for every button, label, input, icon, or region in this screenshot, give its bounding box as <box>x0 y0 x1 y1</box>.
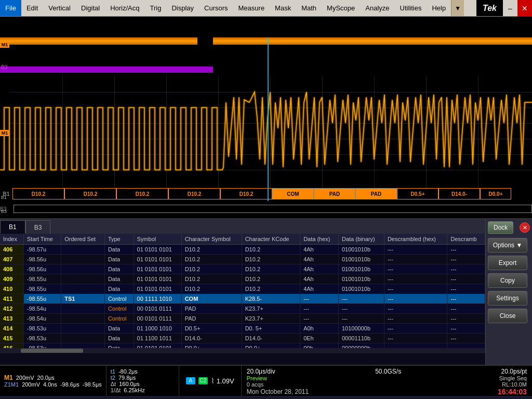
cell-start_time: -98.56u <box>23 264 61 274</box>
decoded-d05p: D0.5+ <box>397 188 438 200</box>
cell-char_kcode: D10.2 <box>242 284 300 294</box>
scope-display: M1 B3 M1 B1 D10.2 D10.2 D10.2 <box>0 17 532 219</box>
cell-symbol: 00 1111 1010 <box>134 294 181 304</box>
cell-start_time: -98.53u <box>23 343 61 349</box>
menu-help[interactable]: Help <box>427 0 451 16</box>
cell-descramb: --- <box>447 294 485 304</box>
cell-descramb: --- <box>447 264 485 274</box>
cell-descramb: --- <box>447 324 485 334</box>
cell-descrambled_hex: --- <box>384 284 447 294</box>
cell-char_kcode: D0.0+ <box>242 343 300 349</box>
table-row[interactable]: 408-98.56uData01 0101 0101D10.2D10.24Ah0… <box>0 264 485 274</box>
cell-start_time: -98.56u <box>23 255 61 264</box>
col-ordered-set: Ordered Set <box>61 234 105 245</box>
z1m1-volts: 200mV <box>22 381 40 388</box>
cell-type: Data <box>104 343 134 349</box>
cell-symbol: 01 0101 0101 <box>134 274 181 284</box>
col-char-symbol: Character Symbol <box>181 234 242 245</box>
decoded-d102-5: D10.2 <box>220 188 272 200</box>
menu-edit[interactable]: Edit <box>21 0 43 16</box>
menu-vertical[interactable]: Vertical <box>43 0 76 16</box>
dock-button[interactable]: Dock <box>488 221 513 234</box>
b3-overview-bar <box>0 66 213 73</box>
menu-analyze[interactable]: Analyze <box>360 0 394 16</box>
seq-label: Single Seq <box>499 375 527 381</box>
cell-type: Control <box>104 314 134 324</box>
export-button[interactable]: Export <box>488 256 527 270</box>
cell-type: Control <box>104 304 134 314</box>
cell-symbol: 01 1100 1011 <box>134 334 181 343</box>
menu-display[interactable]: Display <box>166 0 199 16</box>
cell-char_symbol: D0.0+ <box>181 343 242 349</box>
copy-button[interactable]: Copy <box>488 273 527 288</box>
scrollbar-thumb[interactable] <box>21 349 83 353</box>
cell-index: 409 <box>0 274 23 284</box>
table-row[interactable]: 413-98.54uControl00 0101 0111PADK23.7+--… <box>0 314 485 324</box>
table-row[interactable]: 414-98.53uData01 1000 1010D0.5+D0. 5+A0h… <box>0 324 485 334</box>
cell-descramb: --- <box>447 245 485 255</box>
cell-type: Data <box>104 334 134 343</box>
tab-b1[interactable]: B1 <box>0 220 25 234</box>
cell-data_binary: --- <box>339 294 384 304</box>
menu-file[interactable]: File <box>0 0 21 16</box>
menu-dropdown[interactable]: ▼ <box>451 0 464 16</box>
tab-b3[interactable]: B3 <box>25 220 51 234</box>
table-row[interactable]: 416-98.53uData01 0101 0101D0.0+D0.0+00h0… <box>0 343 485 349</box>
cell-symbol: 01 0101 0101 <box>134 343 181 349</box>
horizontal-scrollbar[interactable] <box>0 348 485 353</box>
dt-row: Δt 160.0μs <box>111 381 175 387</box>
cell-start_time: -98.54u <box>23 314 61 324</box>
cell-descrambled_hex: --- <box>384 324 447 334</box>
waveform-display <box>0 76 532 188</box>
table-row[interactable]: 409-98.55uData01 0101 0101D10.2D10.24Ah0… <box>0 274 485 284</box>
waveform-sym: ⌇ <box>211 377 215 385</box>
cell-char_kcode: K28.5- <box>242 294 300 304</box>
freq-label: 1/Δt <box>111 387 121 393</box>
table-row[interactable]: 411-98.55uTS1Control00 1111 1010COMK28.5… <box>0 294 485 304</box>
m1-status-row: M1 200mV 20.0μs <box>4 374 102 381</box>
cell-type: Data <box>104 274 134 284</box>
table-row[interactable]: 415-98.53uData01 1100 1011D14.0-D14.0-0E… <box>0 334 485 343</box>
m1-top-marker: M1 <box>0 42 9 48</box>
cell-descrambled_hex: --- <box>384 274 447 284</box>
decoded-d102-3: D10.2 <box>116 188 168 200</box>
cell-char_kcode: K23.7+ <box>242 314 300 324</box>
menu-horiz-acq[interactable]: Horiz/Acq <box>105 0 144 16</box>
close-panel-button[interactable]: Close <box>488 309 527 323</box>
menu-utilities[interactable]: Utilities <box>395 0 427 16</box>
menu-measure[interactable]: Measure <box>233 0 270 16</box>
table-scroll-area[interactable]: Index Start Time Ordered Set Type Symbol… <box>0 234 485 348</box>
cell-descrambled_hex: --- <box>384 304 447 314</box>
settings-button[interactable]: Settings <box>488 291 527 305</box>
panel-close-icon[interactable]: ✕ <box>520 222 530 233</box>
menu-trig[interactable]: Trig <box>144 0 166 16</box>
ch-c2-indicator: C2 <box>198 377 208 384</box>
cell-data_binary: 00000000b <box>339 343 384 349</box>
table-row[interactable]: 412-98.54uControl00 0101 0111PADK23.7+--… <box>0 304 485 314</box>
cell-ordered_set <box>61 264 105 274</box>
menu-cursors[interactable]: Cursors <box>199 0 233 16</box>
options-button[interactable]: Options ▼ <box>488 238 527 252</box>
close-button[interactable]: ✕ <box>517 0 532 17</box>
decoded-d102-2: D10.2 <box>64 188 116 200</box>
freq-row: 1/Δt 6.25kHz <box>111 387 175 393</box>
minimize-button[interactable]: – <box>503 0 517 17</box>
dt-val: 160.0μs <box>119 381 139 387</box>
cell-start_time: -98.57u <box>23 245 61 255</box>
menu-mask[interactable]: Mask <box>270 0 296 16</box>
cell-descramb: --- <box>447 284 485 294</box>
menu-math[interactable]: Math <box>296 0 322 16</box>
cell-data_hex: --- <box>300 314 339 324</box>
table-row[interactable]: 410-98.55uData01 0101 0101D10.2D10.24Ah0… <box>0 284 485 294</box>
table-row[interactable]: 406-98.57uData01 0101 0101D10.2D10.24Ah0… <box>0 245 485 255</box>
table-row[interactable]: 407-98.56uData01 0101 0101D10.2D10.24Ah0… <box>0 255 485 264</box>
menu-myscope[interactable]: MyScope <box>322 0 360 16</box>
panel-buttons: Options ▼ Export Copy Settings Close <box>486 236 532 325</box>
table-body: 406-98.57uData01 0101 0101D10.2D10.24Ah0… <box>0 245 485 349</box>
cell-char_symbol: PAD <box>181 304 242 314</box>
pt-label: 20.0ps/pt <box>501 368 527 375</box>
cell-char_symbol: D10.2 <box>181 245 242 255</box>
cell-data_hex: 0Eh <box>300 334 339 343</box>
m1-volts: 200mV <box>16 375 34 381</box>
menu-digital[interactable]: Digital <box>76 0 105 16</box>
